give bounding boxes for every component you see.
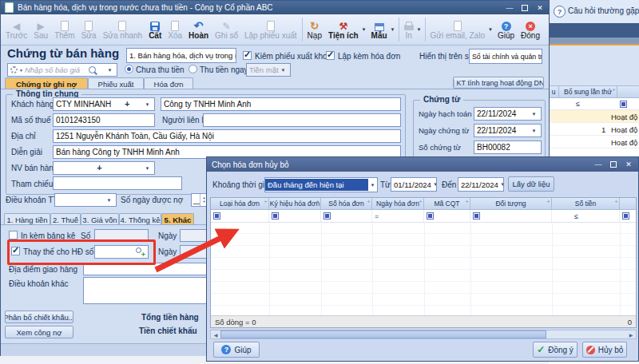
chevron-down-icon[interactable] [417, 27, 422, 32]
seller-combo[interactable]: + [53, 161, 155, 175]
view-debt-button[interactable]: Xem công nợ [5, 326, 73, 338]
quote-search-input[interactable]: ▼ Nhập số báo giá [7, 63, 117, 77]
close-icon[interactable]: ✕ [535, 4, 545, 12]
faq-label[interactable]: Câu hỏi thường gặp [568, 6, 639, 15]
chevron-down-icon[interactable] [105, 64, 114, 76]
edit-button[interactable]: Sửa [78, 14, 100, 45]
add-button[interactable]: Thêm [51, 14, 78, 45]
panel-col-partial[interactable]: u [549, 86, 559, 97]
close-window-button[interactable]: Đóng [518, 14, 543, 45]
col-doi-tuong[interactable]: Đối tượng [470, 198, 552, 209]
scroll-right-icon[interactable]: ▶ [626, 330, 636, 338]
col-loai-hoa-don[interactable]: Loại hóa đơn [211, 198, 269, 209]
window-titlebar[interactable]: Bán hàng hóa, dịch vụ trong nước chưa th… [1, 1, 549, 14]
gear-icon[interactable] [10, 66, 18, 73]
chevron-down-icon[interactable] [391, 27, 395, 32]
chevron-down-icon[interactable] [488, 27, 493, 32]
undo-button[interactable]: Hoàn [185, 14, 212, 45]
filter-cell[interactable] [424, 210, 470, 222]
quick-edit-button[interactable]: Sửa nhanh [100, 14, 146, 45]
reference-field[interactable] [53, 176, 182, 190]
address-field[interactable]: 1251 Nguyễn Khánh Toàn, Cầu Giấy, Hà Nội [53, 129, 401, 143]
chevron-down-icon[interactable] [362, 27, 367, 32]
panel-row-2[interactable]: 1 Hoạt độ [549, 123, 639, 136]
chevron-down-icon[interactable] [143, 162, 152, 174]
to-date-picker[interactable]: 22/11/2024 [458, 177, 504, 192]
kiem-phieu-label[interactable]: Kiêm phiếu xuất kho [255, 52, 327, 61]
chevron-down-icon[interactable] [530, 125, 538, 136]
chevron-down-icon[interactable] [498, 178, 504, 191]
tab-chung-tu-ghi-no[interactable]: Chứng từ ghi nợ [5, 77, 88, 89]
thu-tien-ngay-radio[interactable] [189, 65, 197, 73]
print-button[interactable]: In [401, 14, 423, 45]
filter-cell[interactable] [269, 210, 321, 222]
cancel-button[interactable]: Hủy bỏ [582, 342, 627, 358]
pin-icon[interactable] [264, 199, 268, 205]
next-button[interactable]: Sau [30, 14, 51, 45]
filter-box-icon[interactable] [620, 101, 627, 108]
chevron-down-icon[interactable] [105, 194, 113, 206]
tax-code-field[interactable]: 0101243150 [53, 113, 155, 127]
contact-field[interactable] [203, 113, 401, 127]
delete-button[interactable]: Xóa [165, 14, 185, 45]
panel-col-next[interactable] [617, 86, 639, 97]
pin-icon[interactable] [546, 199, 550, 205]
period-select[interactable]: Đầu tháng đến hiện tại [264, 177, 378, 192]
customer-code-combo[interactable]: CTY MINHANH + [53, 97, 155, 111]
filter-cell[interactable]: ≤ [552, 210, 620, 222]
send-email-button[interactable]: Gửi email, Zalo [427, 14, 494, 45]
kiem-phieu-checkbox[interactable] [243, 51, 252, 60]
load-data-button[interactable]: Lấy dữ liệu [508, 176, 554, 192]
horizontal-scrollbar[interactable]: ◀ ▶ [210, 330, 637, 339]
pin-icon[interactable] [465, 199, 469, 205]
save-button[interactable]: Cất [145, 14, 165, 45]
col-ky-hieu[interactable]: Ký hiệu hóa đơn [269, 198, 321, 209]
maximize-icon[interactable] [522, 5, 528, 11]
other-terms-textarea[interactable] [83, 277, 208, 304]
col-so-hoa-don[interactable]: Số hóa đơn [321, 198, 372, 209]
col-ma-cqt[interactable]: Mã CQT [424, 198, 470, 209]
dialog-help-button[interactable]: Giúp [213, 342, 260, 358]
col-ngay-hoa-don[interactable]: Ngày hóa đơn [372, 198, 424, 209]
print-list-checkbox[interactable] [9, 231, 18, 239]
col-partial[interactable] [620, 198, 637, 209]
voucher-type-select[interactable]: 1. Bán hàng hóa, dịch vụ trong nước [126, 48, 236, 63]
pin-icon[interactable] [419, 199, 423, 205]
posting-date-picker[interactable]: 22/11/2024 [474, 107, 542, 121]
minimize-icon[interactable]: — [505, 4, 514, 12]
chevron-down-icon[interactable] [530, 108, 538, 120]
search-icon[interactable] [89, 66, 96, 73]
minimize-icon[interactable]: — [593, 160, 603, 168]
col-so-tien[interactable]: Số tiền [552, 198, 620, 209]
help-button[interactable]: Giúp [494, 14, 518, 45]
lap-kem-checkbox[interactable] [326, 51, 335, 60]
panel-row-3[interactable]: Hoạt độ [549, 136, 639, 148]
scrollbar-thumb[interactable] [220, 330, 546, 338]
reload-button[interactable]: Nạp [304, 14, 325, 45]
chevron-down-icon[interactable] [368, 178, 377, 192]
filter-cell[interactable] [321, 210, 372, 222]
post-button[interactable]: Ghi sổ [212, 14, 241, 45]
pin-icon[interactable] [316, 199, 320, 205]
chua-thu-tien-radio[interactable] [125, 65, 133, 73]
dialog-titlebar[interactable]: Chọn hóa đơn hủy bỏ — ✕ [207, 157, 638, 172]
utilities-button[interactable]: Tiện ích [325, 14, 368, 45]
tab-gia-von[interactable]: 3. Giá vốn [81, 213, 119, 225]
panel-filter-row[interactable]: ≤ [549, 98, 639, 110]
lap-kem-label[interactable]: Lập kèm hóa đơn [338, 52, 400, 61]
prev-button[interactable]: Trước [2, 14, 30, 45]
close-icon[interactable]: ✕ [624, 160, 633, 168]
doc-no-field[interactable]: BH00082 [474, 140, 542, 154]
pin-icon[interactable] [614, 199, 618, 205]
allocate-discount-button[interactable]: Phân bổ chiết khấu... [5, 311, 73, 323]
customer-name-field[interactable]: Công ty TNHH Minh Anh [161, 97, 401, 111]
display-on-book-select[interactable]: Sổ tài chính và quản trị [469, 49, 542, 64]
filter-cell[interactable] [620, 210, 637, 222]
ok-button[interactable]: Đồng ý [533, 342, 577, 358]
filter-box-icon[interactable] [323, 212, 331, 220]
filter-box-icon[interactable] [427, 212, 434, 220]
template-button[interactable]: Mẫu [368, 14, 397, 45]
pin-icon[interactable] [612, 87, 616, 93]
add-icon[interactable]: + [95, 164, 103, 172]
from-date-picker[interactable]: 01/11/2024 [391, 177, 437, 192]
